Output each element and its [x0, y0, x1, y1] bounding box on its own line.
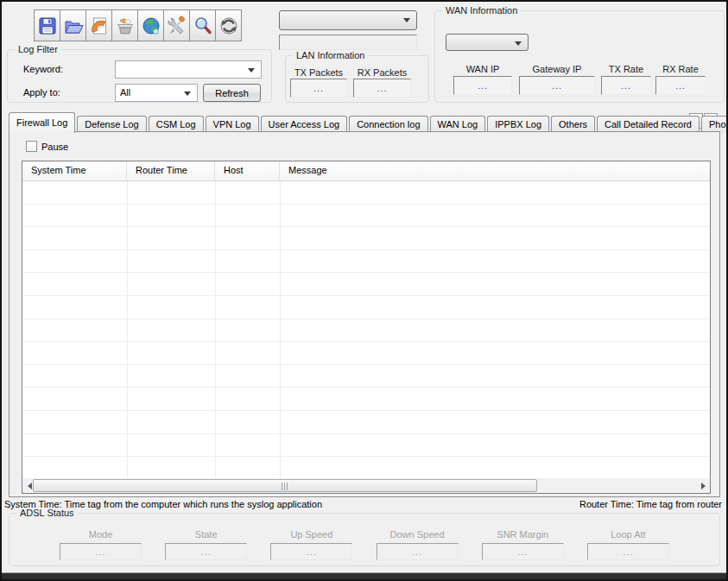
log-tabstrip: Firewall Log Defense Log CSM Log VPN Log… — [9, 111, 728, 133]
column-header-host[interactable]: Host — [215, 161, 280, 180]
rx-packets-field: ... — [353, 79, 411, 98]
tab-phone-call-top10[interactable]: Phone Call Top10 — [701, 116, 728, 133]
adsl-status-group: ADSL Status Mode ... State ... Up Speed … — [9, 513, 720, 566]
router-time-hint: Router Time: Time tag from router — [579, 499, 722, 509]
tab-others[interactable]: Others — [551, 116, 595, 133]
adsl-status-title: ADSL Status — [16, 508, 78, 518]
search-button[interactable] — [189, 9, 216, 41]
lan-information-title: LAN Information — [293, 50, 368, 60]
column-divider — [280, 181, 281, 478]
refresh-icon — [218, 16, 239, 36]
apply-to-dropdown[interactable]: All — [115, 84, 198, 102]
pause-checkbox-row[interactable]: Pause — [22, 141, 68, 152]
tab-wan-log[interactable]: WAN Log — [430, 116, 486, 133]
adsl-columns: Mode ... State ... Up Speed ... Down Spe… — [60, 529, 669, 560]
wan-information-title: WAN Information — [442, 5, 521, 16]
gateway-ip-label: Gateway IP — [519, 64, 595, 74]
save-button[interactable] — [34, 9, 60, 41]
web-globe-button[interactable] — [137, 9, 164, 41]
window-bottom-edge — [2, 572, 726, 579]
rx-rate-label: RX Rate — [655, 64, 706, 74]
up-speed-label: Up Speed — [270, 529, 352, 540]
rx-packets-label: RX Packets — [353, 67, 411, 78]
call-log-button[interactable] — [85, 9, 112, 41]
log-table-header: System Time Router Time Host Message — [22, 161, 710, 181]
pause-label: Pause — [41, 142, 68, 152]
open-folder-icon — [63, 16, 84, 36]
host-address-field[interactable] — [279, 35, 417, 50]
tools-button[interactable] — [163, 9, 190, 41]
arrow-left-icon — [28, 483, 32, 489]
call-log-icon — [89, 16, 110, 36]
log-filter-group: Log Filter Keyword: Apply to: All Refres… — [7, 49, 272, 103]
log-filter-title: Log Filter — [15, 44, 61, 54]
apply-to-label: Apply to: — [23, 87, 60, 98]
chevron-down-icon — [184, 92, 191, 96]
host-select-dropdown[interactable] — [279, 10, 417, 30]
apply-to-value: All — [120, 87, 130, 98]
arrow-right-icon — [701, 483, 706, 489]
tab-defense-log[interactable]: Defense Log — [77, 116, 146, 133]
mode-field: ... — [60, 543, 142, 560]
pause-checkbox[interactable] — [26, 141, 37, 152]
state-field: ... — [165, 543, 247, 560]
refresh-button[interactable] — [215, 9, 242, 41]
web-globe-icon — [141, 16, 161, 36]
syslog-utility-window: Log Filter Keyword: Apply to: All Refres… — [0, 0, 728, 581]
scrollbar-grip-icon — [282, 483, 288, 490]
gateway-ip-field: ... — [519, 76, 595, 95]
firewall-log-panel: Pause System Time Router Time Host Messa… — [9, 131, 720, 497]
scrollbar-thumb[interactable] — [33, 479, 537, 492]
log-table: System Time Router Time Host Message — [22, 161, 711, 494]
snr-margin-field: ... — [482, 543, 564, 560]
tab-user-access-log[interactable]: User Access Log — [261, 116, 348, 133]
keyword-label: Keyword: — [23, 64, 63, 74]
wan-select-dropdown[interactable] — [446, 34, 529, 51]
collect-basket-button[interactable] — [111, 9, 138, 41]
column-divider — [215, 181, 216, 478]
scroll-right-button[interactable] — [696, 478, 710, 493]
loop-att-field: ... — [587, 543, 669, 560]
save-icon — [37, 16, 58, 36]
refresh-log-button[interactable]: Refresh — [203, 84, 261, 102]
log-table-body — [22, 181, 710, 478]
open-folder-button[interactable] — [60, 9, 86, 41]
tab-firewall-log[interactable]: Firewall Log — [9, 112, 75, 133]
collect-basket-icon — [115, 16, 136, 36]
wan-ip-field: ... — [453, 76, 512, 95]
tab-vpn-log[interactable]: VPN Log — [206, 116, 259, 133]
chevron-down-icon — [515, 41, 522, 46]
wan-information-group: WAN Information WAN IP Gateway IP TX Rat… — [434, 10, 725, 103]
column-divider — [127, 181, 128, 478]
tools-icon — [167, 16, 187, 36]
state-label: State — [165, 529, 247, 540]
loop-att-label: Loop Att — [587, 529, 669, 540]
rx-rate-field: ... — [655, 76, 706, 95]
tx-rate-field: ... — [601, 76, 651, 95]
column-header-router-time[interactable]: Router Time — [127, 161, 215, 180]
search-icon — [193, 16, 213, 36]
chevron-down-icon — [403, 18, 410, 22]
wan-ip-label: WAN IP — [453, 64, 512, 74]
down-speed-field: ... — [377, 543, 459, 560]
chevron-down-icon — [248, 68, 255, 73]
tab-ippbx-log[interactable]: IPPBX Log — [487, 116, 549, 133]
tx-packets-field: ... — [290, 79, 347, 98]
tab-call-detailed-record[interactable]: Call Detailed Record — [597, 116, 700, 133]
toolbar — [34, 9, 241, 41]
horizontal-scrollbar[interactable] — [22, 478, 710, 493]
column-header-system-time[interactable]: System Time — [22, 161, 127, 180]
up-speed-field: ... — [270, 543, 352, 560]
tab-csm-log[interactable]: CSM Log — [149, 116, 204, 133]
tx-rate-label: TX Rate — [601, 64, 651, 74]
mode-label: Mode — [60, 529, 142, 540]
snr-margin-label: SNR Margin — [482, 529, 564, 540]
column-header-message[interactable]: Message — [280, 161, 710, 180]
tx-packets-label: TX Packets — [290, 67, 347, 78]
keyword-combobox[interactable] — [115, 60, 262, 79]
tab-connection-log[interactable]: Connection log — [349, 116, 427, 133]
down-speed-label: Down Speed — [377, 529, 459, 540]
lan-information-group: LAN Information TX Packets RX Packets ..… — [285, 55, 429, 103]
